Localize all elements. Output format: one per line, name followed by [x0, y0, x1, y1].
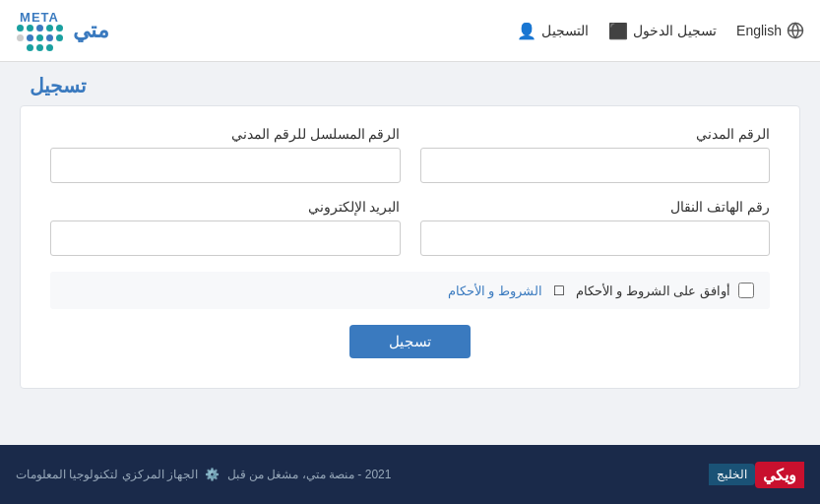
phone-label: رقم الهاتف النقال	[420, 199, 771, 215]
footer: ويكي الخليج 2021 - منصة متي، مشغل من قبل…	[0, 445, 820, 504]
terms-checkbox-row: أوافق على الشروط و الأحكام □ الشروط و ال…	[50, 272, 770, 309]
registration-form-card: الرقم المدني الرقم المسلسل للرقم المدني …	[20, 105, 800, 389]
language-label: English	[736, 23, 782, 38]
dot	[27, 44, 33, 51]
logo-box: META	[16, 10, 63, 52]
dot	[36, 34, 43, 41]
gear-icon: ⚙️	[205, 468, 220, 481]
dot	[17, 34, 24, 41]
dot	[17, 44, 24, 51]
logo-arabic-text: متي	[73, 18, 109, 43]
logo-area: متي META	[16, 10, 109, 52]
terms-checkbox[interactable]	[738, 283, 754, 298]
register-link[interactable]: التسجيل 👤	[517, 22, 589, 40]
terms-link[interactable]: الشروط و الأحكام	[448, 284, 542, 298]
agree-prefix: أوافق على الشروط و الأحكام	[576, 284, 730, 298]
login-link[interactable]: تسجيل الدخول ⬛	[608, 22, 717, 40]
separator: □	[554, 282, 564, 299]
footer-text: 2021 - منصة متي، مشغل من قبل ⚙️ الجهاز ا…	[16, 468, 391, 481]
civil-id-label: الرقم المدني	[420, 126, 771, 142]
dot	[46, 34, 53, 41]
dot	[36, 25, 43, 32]
registration-form: الرقم المدني الرقم المسلسل للرقم المدني …	[50, 126, 770, 358]
footer-copyright: 2021 - منصة متي، مشغل من قبل	[227, 468, 392, 481]
serial-group: الرقم المسلسل للرقم المدني	[50, 126, 401, 183]
dot	[56, 44, 63, 51]
phone-input[interactable]	[420, 220, 771, 256]
dot	[56, 25, 63, 32]
language-switcher[interactable]: English	[736, 22, 804, 39]
dot	[36, 44, 43, 51]
register-label: التسجيل	[541, 23, 589, 38]
page-title-bar: تسجيل	[0, 62, 820, 105]
logo-meta-text: META	[20, 10, 59, 25]
form-row-2: رقم الهاتف النقال البريد الإلكتروني	[50, 199, 770, 256]
email-group: البريد الإلكتروني	[50, 199, 401, 256]
dot	[56, 34, 63, 41]
wiki-label: ويكي	[755, 462, 804, 488]
civil-id-group: الرقم المدني	[420, 126, 771, 183]
phone-group: رقم الهاتف النقال	[420, 199, 771, 256]
dot	[17, 25, 24, 32]
form-row-1: الرقم المدني الرقم المسلسل للرقم المدني	[50, 126, 770, 183]
dot	[27, 34, 33, 41]
header-left-nav: English تسجيل الدخول ⬛ التسجيل 👤	[517, 22, 804, 40]
submit-row: تسجيل	[50, 325, 770, 358]
dot	[46, 25, 53, 32]
dot	[27, 25, 33, 32]
gulf-label: الخليج	[709, 464, 755, 485]
serial-input[interactable]	[50, 148, 401, 183]
person-icon: 👤	[517, 22, 536, 40]
agree-label[interactable]: أوافق على الشروط و الأحكام	[576, 284, 730, 298]
submit-button[interactable]: تسجيل	[349, 325, 471, 358]
login-icon: ⬛	[608, 22, 628, 40]
serial-label: الرقم المسلسل للرقم المدني	[50, 126, 401, 142]
login-label: تسجيل الدخول	[633, 23, 717, 38]
page-title: تسجيل	[30, 74, 790, 97]
email-label: البريد الإلكتروني	[50, 199, 401, 215]
email-input[interactable]	[50, 220, 401, 256]
dot	[46, 44, 53, 51]
footer-logo: ويكي الخليج	[709, 462, 804, 488]
civil-id-input[interactable]	[420, 148, 771, 183]
header: English تسجيل الدخول ⬛ التسجيل 👤 متي MET…	[0, 0, 820, 62]
logo-dots	[16, 25, 63, 52]
footer-tech: الجهاز المركزي لتكنولوجيا المعلومات	[16, 468, 198, 481]
globe-icon	[787, 22, 804, 39]
